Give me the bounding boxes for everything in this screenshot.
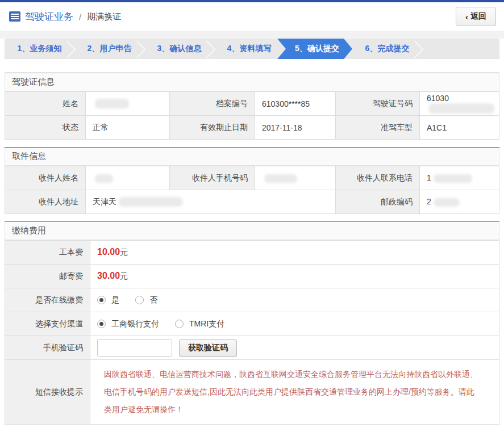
vehicle-type-label: 准驾车型 xyxy=(336,116,420,140)
table-row: 是否在线缴费 是 否 xyxy=(5,288,499,312)
radio-channel-tmri-label[interactable]: TMRI支付 xyxy=(189,319,224,329)
recipient-phone-text: 1 xyxy=(427,173,431,182)
step-2-user-declaration: 2、用户申告 xyxy=(74,39,144,59)
online-payment-options: 是 否 xyxy=(90,288,499,312)
table-row: 姓名 档案编号 610300****85 驾驶证号码 61030 xyxy=(5,92,499,116)
mailing-fee-amount: 30.00 xyxy=(97,271,120,280)
step-label: 4、资料填写 xyxy=(227,44,272,54)
breadcrumb-separator: / xyxy=(79,12,81,22)
postcode-value: 2 xyxy=(420,190,499,214)
table-row: 邮寄费 30.00元 xyxy=(5,265,499,288)
expiry-value: 2017-11-18 xyxy=(255,116,336,140)
list-icon xyxy=(9,11,20,22)
radio-online-yes-label[interactable]: 是 xyxy=(111,295,119,305)
chevron-left-icon: ‹ xyxy=(465,12,468,22)
step-3-confirm-info: 3、确认信息 xyxy=(144,39,214,59)
license-number-text: 61030 xyxy=(427,94,449,103)
back-button[interactable]: ‹ 返回 xyxy=(456,7,496,26)
radio-channel-icbc-label[interactable]: 工商银行支付 xyxy=(111,319,159,329)
redacted-recipient-name xyxy=(95,174,113,183)
get-code-button[interactable]: 获取验证码 xyxy=(179,339,237,357)
sms-code-label: 手机验证码 xyxy=(5,336,90,360)
license-number-value: 61030 xyxy=(420,92,499,116)
status-value: 正常 xyxy=(86,116,170,140)
recipient-mobile-value xyxy=(255,166,336,190)
sms-notice-cell: 因陕西省联通、电信运营商技术问题，陕西省互联网交通安全综合服务管理平台无法向持陕… xyxy=(90,360,499,425)
table-row: 状态 正常 有效期止日期 2017-11-18 准驾车型 A1C1 xyxy=(5,116,499,140)
header-divider-band xyxy=(0,31,504,39)
payment-table: 工本费 10.00元 邮寄费 30.00元 是否在线缴费 是 xyxy=(5,240,499,425)
radio-online-no[interactable] xyxy=(135,296,144,304)
main-content: 驾驶证信息 姓名 档案编号 610300****85 驾驶证号码 61030 状… xyxy=(0,59,504,425)
production-fee-label: 工本费 xyxy=(5,241,90,265)
section-pickup-info: 取件信息 收件人姓名 收件人手机号码 收件人联系电话 1 收件人地址 天津天 邮… xyxy=(5,147,499,214)
sms-code-input[interactable] xyxy=(97,339,172,357)
section-title-pickup-info: 取件信息 xyxy=(5,148,499,166)
section-license-info: 驾驶证信息 姓名 档案编号 610300****85 驾驶证号码 61030 状… xyxy=(5,73,499,140)
sms-notice-text: 因陕西省联通、电信运营商技术问题，陕西省互联网交通安全综合服务管理平台无法向持陕… xyxy=(97,360,492,424)
step-wizard: 1、业务须知 2、用户申告 3、确认信息 4、资料填写 5、确认提交 6、完成提… xyxy=(5,39,499,59)
back-button-label: 返回 xyxy=(470,11,486,22)
channel-label: 选择支付渠道 xyxy=(5,312,90,336)
license-info-table: 姓名 档案编号 610300****85 驾驶证号码 61030 状态 正常 有… xyxy=(5,91,499,140)
section-title-payment: 缴纳费用 xyxy=(5,222,499,240)
production-fee-amount: 10.00 xyxy=(97,247,120,257)
fee-unit: 元 xyxy=(120,248,128,257)
license-number-label: 驾驶证号码 xyxy=(336,92,420,116)
file-number-value: 610300****85 xyxy=(255,92,336,116)
redacted-postcode xyxy=(434,198,460,207)
redacted-license-number xyxy=(429,103,494,114)
mailing-fee-label: 邮寄费 xyxy=(5,265,90,288)
recipient-name-label: 收件人姓名 xyxy=(5,166,86,190)
redacted-address xyxy=(119,197,182,207)
table-row: 手机验证码 获取验证码 xyxy=(5,336,499,360)
breadcrumb-current: 期满换证 xyxy=(87,11,121,22)
production-fee-value: 10.00元 xyxy=(90,241,499,265)
redacted-recipient-phone xyxy=(434,174,472,183)
redacted-recipient-mobile xyxy=(264,174,297,183)
step-6-complete-submit: 6、完成提交 xyxy=(352,39,422,59)
step-label: 2、用户申告 xyxy=(88,44,132,54)
radio-online-no-label[interactable]: 否 xyxy=(149,295,157,305)
recipient-phone-value: 1 xyxy=(420,166,499,190)
breadcrumb: 驾驶证业务 / 期满换证 xyxy=(9,10,121,23)
address-value: 天津天 xyxy=(86,190,336,214)
page-header: 驾驶证业务 / 期满换证 ‹ 返回 xyxy=(0,2,504,31)
fee-unit: 元 xyxy=(120,271,128,280)
recipient-mobile-label: 收件人手机号码 xyxy=(170,166,255,190)
file-number-label: 档案编号 xyxy=(170,92,255,116)
table-row: 选择支付渠道 工商银行支付 TMRI支付 xyxy=(5,312,499,336)
mailing-fee-value: 30.00元 xyxy=(90,265,499,288)
sms-notice-label: 短信接收提示 xyxy=(5,360,90,425)
table-row: 收件人地址 天津天 邮政编码 2 xyxy=(5,190,499,214)
radio-channel-icbc[interactable] xyxy=(97,320,106,328)
radio-channel-tmri[interactable] xyxy=(175,320,184,328)
step-1-business-notice: 1、业务须知 xyxy=(5,39,74,59)
step-4-fill-data: 4、资料填写 xyxy=(214,39,284,59)
address-text: 天津天 xyxy=(93,197,116,206)
channel-options: 工商银行支付 TMRI支付 xyxy=(90,312,499,336)
step-label: 5、确认提交 xyxy=(295,44,339,54)
page-title: 驾驶证业务 xyxy=(25,10,73,23)
online-payment-label: 是否在线缴费 xyxy=(5,288,90,312)
section-payment: 缴纳费用 工本费 10.00元 邮寄费 30.00元 是否在线缴费 xyxy=(5,221,499,425)
recipient-name-value xyxy=(86,166,170,190)
name-value xyxy=(86,92,170,116)
radio-online-yes[interactable] xyxy=(97,296,106,304)
step-5-confirm-submit-active: 5、确认提交 xyxy=(277,39,352,59)
table-row: 工本费 10.00元 xyxy=(5,241,499,265)
expiry-label: 有效期止日期 xyxy=(170,116,255,140)
step-label: 6、完成提交 xyxy=(365,44,410,54)
sms-code-field: 获取验证码 xyxy=(90,336,499,360)
step-label: 1、业务须知 xyxy=(18,44,62,54)
recipient-phone-label: 收件人联系电话 xyxy=(336,166,420,190)
redacted-name xyxy=(95,99,129,108)
table-row: 收件人姓名 收件人手机号码 收件人联系电话 1 xyxy=(5,166,499,190)
name-label: 姓名 xyxy=(5,92,86,116)
pickup-info-table: 收件人姓名 收件人手机号码 收件人联系电话 1 收件人地址 天津天 邮政编码 2 xyxy=(5,166,499,214)
vehicle-type-value: A1C1 xyxy=(420,116,499,140)
section-title-license-info: 驾驶证信息 xyxy=(5,73,499,91)
status-label: 状态 xyxy=(5,116,86,140)
postcode-text: 2 xyxy=(427,197,431,206)
postcode-label: 邮政编码 xyxy=(336,190,420,214)
